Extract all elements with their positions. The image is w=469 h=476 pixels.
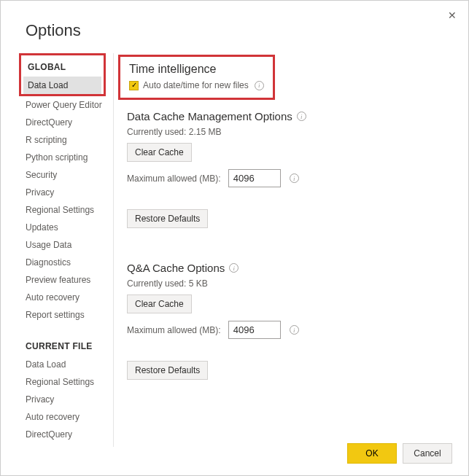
cancel-button[interactable]: Cancel: [403, 443, 452, 464]
qa-cache-max-label: Maximum allowed (MB):: [127, 325, 221, 335]
sidebar-item-power-query-editor[interactable]: Power Query Editor: [21, 96, 113, 114]
sidebar-item-auto-recovery[interactable]: Auto recovery: [21, 289, 113, 306]
qa-clear-cache-button[interactable]: Clear Cache: [127, 294, 192, 313]
sidebar-header-current-file: CURRENT FILE: [21, 337, 113, 356]
highlight-global: GLOBAL Data Load: [19, 53, 106, 96]
auto-datetime-label: Auto date/time for new files: [143, 80, 249, 90]
qa-cache-section: Q&A Cache Options i Currently used: 5 KB…: [127, 262, 454, 387]
sidebar-item-updates[interactable]: Updates: [21, 219, 113, 236]
qa-restore-defaults-button[interactable]: Restore Defaults: [127, 361, 208, 380]
sidebar-item-cf-directquery[interactable]: DirectQuery: [21, 426, 113, 443]
sidebar-item-usage-data[interactable]: Usage Data: [21, 236, 113, 254]
qa-cache-max-input[interactable]: [228, 321, 281, 339]
sidebar-item-preview-features[interactable]: Preview features: [21, 271, 113, 289]
clear-cache-button[interactable]: Clear Cache: [127, 143, 192, 162]
sidebar-item-cf-data-load[interactable]: Data Load: [21, 356, 113, 373]
sidebar-item-report-settings[interactable]: Report settings: [21, 306, 113, 324]
info-icon[interactable]: i: [255, 81, 264, 90]
restore-defaults-button[interactable]: Restore Defaults: [127, 209, 208, 228]
data-cache-section: Data Cache Management Options i Currentl…: [127, 110, 454, 235]
auto-datetime-checkbox[interactable]: ✓: [129, 81, 139, 90]
info-icon[interactable]: i: [290, 325, 299, 335]
data-cache-max-input[interactable]: [228, 169, 281, 187]
dialog-header: Options: [1, 1, 468, 53]
sidebar-item-cf-privacy[interactable]: Privacy: [21, 391, 113, 408]
sidebar-item-diagnostics[interactable]: Diagnostics: [21, 254, 113, 271]
ok-button[interactable]: OK: [347, 443, 397, 464]
info-icon[interactable]: i: [297, 112, 306, 121]
info-icon[interactable]: i: [229, 263, 239, 273]
close-icon[interactable]: ✕: [445, 7, 460, 24]
main-panel: Time intelligence ✓ Auto date/time for n…: [114, 53, 468, 447]
sidebar-header-global: GLOBAL: [23, 58, 101, 77]
sidebar-item-regional-settings[interactable]: Regional Settings: [21, 201, 113, 219]
sidebar-item-data-load[interactable]: Data Load: [23, 77, 101, 94]
data-cache-max-label: Maximum allowed (MB):: [127, 173, 221, 184]
sidebar-item-python-scripting[interactable]: Python scripting: [21, 149, 113, 166]
data-cache-title: Data Cache Management Options: [127, 110, 292, 122]
time-intelligence-title: Time intelligence: [129, 63, 264, 76]
sidebar-item-directquery[interactable]: DirectQuery: [21, 114, 113, 131]
sidebar-item-r-scripting[interactable]: R scripting: [21, 131, 113, 149]
dialog-title: Options: [26, 21, 443, 40]
info-icon[interactable]: i: [290, 173, 299, 183]
sidebar-item-cf-regional-settings[interactable]: Regional Settings: [21, 373, 113, 391]
sidebar-item-cf-auto-recovery[interactable]: Auto recovery: [21, 408, 113, 426]
sidebar-item-cf-query-reduction[interactable]: Query reduction: [21, 443, 113, 447]
dialog-footer: OK Cancel: [347, 443, 452, 464]
qa-cache-currently-used: Currently used: 5 KB: [127, 278, 454, 289]
sidebar-item-security[interactable]: Security: [21, 166, 113, 184]
sidebar: GLOBAL Data Load Power Query Editor Dire…: [1, 53, 114, 447]
highlight-time-intelligence: Time intelligence ✓ Auto date/time for n…: [118, 55, 275, 100]
data-cache-currently-used: Currently used: 2.15 MB: [127, 127, 454, 137]
qa-cache-title: Q&A Cache Options: [127, 262, 225, 274]
sidebar-item-privacy[interactable]: Privacy: [21, 184, 113, 201]
